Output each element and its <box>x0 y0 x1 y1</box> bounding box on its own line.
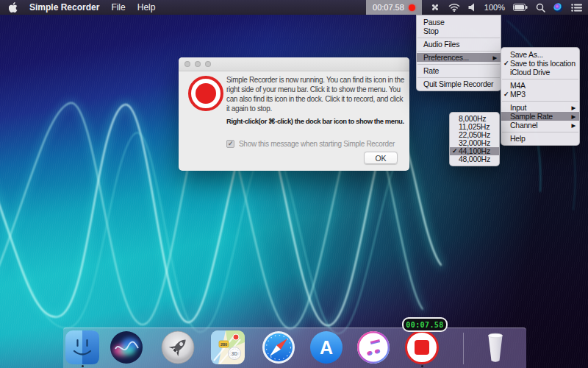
menu-item-save-to-location[interactable]: ✓Save to this location <box>501 59 579 68</box>
close-button[interactable] <box>184 61 190 67</box>
recorder-status-item[interactable]: 00:07.58 <box>366 0 422 15</box>
app-store-letter: A <box>320 337 333 358</box>
menu-item-stop[interactable]: Stop <box>417 26 501 35</box>
wifi-icon[interactable] <box>448 3 460 12</box>
dock-app-store-icon[interactable]: A <box>309 330 343 364</box>
spotlight-search-icon[interactable] <box>536 3 545 13</box>
zoom-button[interactable] <box>205 61 211 67</box>
dock-itunes-icon[interactable] <box>356 330 390 364</box>
menu-item-audio-files[interactable]: Audio Files <box>417 40 501 49</box>
app-record-icon <box>188 76 223 111</box>
recorder-menu: Pause Stop Audio Files Preferences...▶ R… <box>416 15 501 91</box>
record-dot-icon <box>409 4 415 11</box>
finder-running-indicator <box>82 365 84 367</box>
menu-item-mp3[interactable]: ✓MP3 <box>501 90 579 99</box>
check-icon: ✓ <box>503 59 509 68</box>
dock-finder-icon[interactable] <box>65 330 99 364</box>
dialog-message: Simple Recorder is now running. You can … <box>226 75 404 113</box>
menu-item-help[interactable]: Help <box>501 134 579 143</box>
menu-item-m4a[interactable]: M4A <box>501 81 579 90</box>
menubar-menu-file[interactable]: File <box>111 2 125 13</box>
recorder-running-indicator <box>421 365 423 367</box>
dock-launchpad-icon[interactable] <box>161 330 195 364</box>
menu-item-rate[interactable]: Rate <box>417 66 501 75</box>
record-square <box>415 340 429 355</box>
dialog-titlebar[interactable] <box>179 57 409 71</box>
dock-divider <box>463 333 464 364</box>
menu-item-input[interactable]: Input▶ <box>501 103 579 112</box>
notification-center-icon[interactable] <box>571 4 582 12</box>
menubar-timer: 00:07.58 <box>373 3 404 12</box>
ok-button[interactable]: OK <box>364 152 398 164</box>
menu-separator <box>417 77 500 78</box>
startup-dialog: Simple Recorder is now running. You can … <box>179 57 409 171</box>
menu-item-save-as[interactable]: Save As... <box>501 50 579 59</box>
fan-icon[interactable] <box>430 2 440 13</box>
check-icon: ✓ <box>452 147 457 155</box>
minimize-button[interactable] <box>195 61 201 67</box>
menu-separator <box>417 51 500 52</box>
menubar-menu-help[interactable]: Help <box>137 2 156 13</box>
submenu-arrow-icon: ▶ <box>492 54 497 63</box>
menu-item-channel[interactable]: Channel▶ <box>501 121 579 130</box>
dock-trash-icon[interactable] <box>478 330 512 364</box>
menu-separator <box>417 64 500 65</box>
preferences-submenu: Save As... ✓Save to this location iCloud… <box>501 47 580 146</box>
checkbox-label: Show this message when starting Simple R… <box>239 140 395 148</box>
desktop: Simple Recorder File Help 00:07.58 100% <box>0 0 588 368</box>
apple-menu-icon[interactable] <box>9 2 18 13</box>
show-message-checkbox[interactable]: ✓ <box>226 140 234 148</box>
menu-bar: Simple Recorder File Help 00:07.58 100% <box>0 0 588 15</box>
menu-separator <box>502 101 578 102</box>
menu-separator <box>417 38 500 38</box>
menu-item-pause[interactable]: Pause <box>417 18 501 26</box>
menu-separator <box>502 132 578 132</box>
menu-item-quit[interactable]: Quit Simple Recorder <box>417 79 501 88</box>
menu-item-48000hz[interactable]: 48,000Hz <box>450 155 499 163</box>
battery-percent: 100% <box>484 3 505 12</box>
dock: 2803D A 00:07.58 <box>63 328 526 368</box>
dock-simple-recorder-icon[interactable] <box>405 330 439 364</box>
maps-route-sign: 280 <box>220 342 227 347</box>
menu-item-icloud-drive[interactable]: iCloud Drive <box>501 68 579 77</box>
volume-icon[interactable] <box>468 3 476 12</box>
menu-item-preferences[interactable]: Preferences...▶ <box>417 53 501 62</box>
menubar-app-name[interactable]: Simple Recorder <box>29 2 99 13</box>
dialog-bold-message: Right-click(or ⌘-click) the dock bar ico… <box>226 117 406 126</box>
dock-timer-badge: 00:07.58 <box>402 317 448 332</box>
check-icon: ✓ <box>503 90 509 99</box>
menu-item-sample-rate[interactable]: Sample Rate▶ <box>501 112 579 121</box>
battery-icon[interactable] <box>513 4 528 11</box>
sample-rate-submenu: 8,000Hz 11,025Hz 22,050Hz 32,000Hz ✓44,1… <box>449 112 500 166</box>
record-circle <box>196 83 216 104</box>
maps-3d-label: 3D <box>232 351 238 356</box>
dock-safari-icon[interactable] <box>262 330 295 364</box>
dock-siri-icon[interactable] <box>110 330 143 364</box>
menu-separator <box>502 79 578 79</box>
dock-maps-icon[interactable]: 2803D <box>211 330 245 364</box>
submenu-arrow-icon: ▶ <box>571 121 576 130</box>
siri-icon[interactable] <box>553 3 563 13</box>
